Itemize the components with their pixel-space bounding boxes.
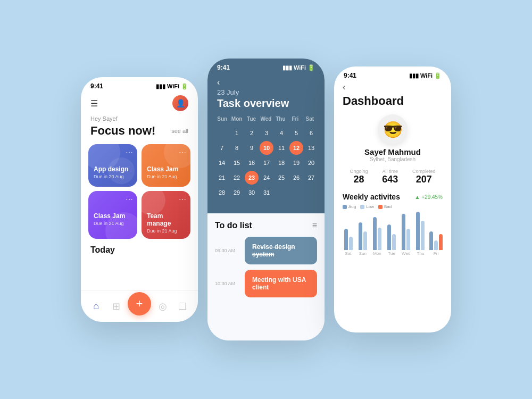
cal-day-4[interactable]: 4	[275, 126, 288, 140]
greeting: Hey Sayef	[81, 115, 198, 124]
cal-day-8[interactable]: 8	[230, 141, 244, 155]
cal-day-22[interactable]: 22	[230, 171, 244, 185]
task-grid: ⋯ App design Due in 20 Aug ⋯ Class Jam D…	[81, 144, 198, 239]
see-all-link[interactable]: see all	[171, 128, 188, 134]
task-time-1: 09:30 AM	[215, 248, 239, 253]
task-card-app-design[interactable]: ⋯ App design Due in 20 Aug	[88, 144, 137, 187]
cal-day-25[interactable]: 25	[275, 171, 288, 185]
signal-icon: ▮▮▮	[409, 72, 419, 79]
bar-group-sun	[359, 207, 367, 250]
cal-day-9[interactable]: 9	[245, 141, 259, 155]
signal-icon: ▮▮▮	[282, 64, 292, 71]
cal-day-24[interactable]: 24	[260, 171, 273, 185]
chart-label-tue: Tue	[388, 251, 395, 256]
cal-day-16[interactable]: 16	[245, 156, 259, 170]
add-task-button[interactable]: +	[128, 292, 151, 315]
avatar-emoji: 😎	[383, 120, 403, 139]
cal-day-28[interactable]: 28	[215, 186, 229, 200]
bar-wed-aug	[402, 214, 405, 250]
stat-value-alltime: 643	[382, 174, 398, 185]
task-card-revise[interactable]: Revise design system	[245, 237, 317, 264]
nav-settings[interactable]: ◎	[154, 298, 171, 315]
stat-label-ongoing: Ongoing	[350, 169, 368, 174]
filter-icon[interactable]: ≡	[312, 221, 317, 230]
weekly-header: Weekly activites ▲ +29.45%	[343, 193, 443, 201]
cal-day-27[interactable]: 27	[304, 171, 318, 185]
nav-calendar[interactable]: ⊞	[107, 298, 124, 315]
task-card-team-manage[interactable]: ⋯ Team manage Due in 21 Aug	[142, 191, 190, 239]
chart-col-tue: Tue	[386, 207, 397, 256]
avatar[interactable]: 👤	[172, 95, 188, 111]
cal-day-13[interactable]: 13	[304, 141, 318, 155]
chart-label-sun: Sun	[359, 251, 367, 256]
cal-day-7[interactable]: 7	[215, 141, 229, 155]
status-bar-3: 9:41 ▮▮▮ WiFi 🔋	[334, 66, 451, 81]
stat-label-completed: Completed	[412, 169, 436, 174]
cal-day-20[interactable]: 20	[304, 156, 318, 170]
cal-day-2[interactable]: 2	[245, 126, 259, 140]
chart-label-fri: Fri	[434, 251, 438, 256]
bar-fri-aug	[429, 231, 433, 250]
stat-alltime: All time 643	[382, 169, 398, 185]
task-card-classjam-1[interactable]: ⋯ Class Jam Due in 21 Aug	[142, 144, 190, 187]
day-fri: Fri	[288, 116, 302, 122]
signal-icon: ▮▮▮	[156, 83, 165, 90]
cal-day-3[interactable]: 3	[260, 126, 273, 140]
card-menu-icon[interactable]: ⋯	[126, 195, 133, 204]
weekly-section: Weekly activites ▲ +29.45% Aug Low Bad	[343, 193, 443, 267]
cal-day-31[interactable]: 31	[260, 186, 273, 200]
cal-day-18[interactable]: 18	[275, 156, 288, 170]
task-card-meeting[interactable]: Meeting with USA client	[245, 270, 317, 297]
bar-group-tue	[387, 207, 396, 250]
cal-day-1[interactable]: 1	[230, 126, 244, 140]
bar-fri-bad	[439, 234, 443, 250]
card-menu-icon[interactable]: ⋯	[179, 195, 186, 204]
chart-col-sat: Sat	[343, 207, 354, 256]
cal-day-6[interactable]: 6	[304, 126, 318, 140]
stat-ongoing: Ongoing 28	[350, 169, 368, 185]
cal-day-12[interactable]: 12	[289, 141, 303, 155]
weekly-change: ▲ +29.45%	[415, 194, 443, 200]
calendar-date: 23 July	[207, 88, 325, 97]
profile-location: Sylhet, Bangladesh	[370, 156, 415, 162]
bar-mon-low	[378, 228, 381, 250]
cal-day-19[interactable]: 19	[289, 156, 303, 170]
wifi-icon: WiFi	[294, 64, 306, 71]
cal-day-21[interactable]: 21	[215, 171, 229, 185]
back-button-2[interactable]: ‹	[207, 73, 325, 88]
nav-home[interactable]: ⌂	[88, 298, 105, 315]
cal-day-29[interactable]: 29	[230, 186, 244, 200]
cal-day-15[interactable]: 15	[230, 156, 244, 170]
bar-group-sat	[344, 207, 353, 250]
cal-day-11[interactable]: 11	[275, 141, 288, 155]
bar-fri-low	[434, 240, 438, 250]
todo-header: To do list ≡	[215, 221, 317, 230]
back-button-3[interactable]: ‹	[343, 81, 443, 94]
bar-sat-low	[349, 237, 353, 250]
bar-mon-aug	[373, 217, 377, 250]
dashboard-title: Dashboard	[343, 94, 443, 108]
status-icons-3: ▮▮▮ WiFi 🔋	[409, 72, 442, 79]
cal-day-26[interactable]: 26	[289, 171, 303, 185]
battery-icon: 🔋	[307, 64, 315, 71]
nav-bookmark[interactable]: ❏	[174, 298, 191, 315]
stat-value-ongoing: 28	[350, 174, 368, 185]
hamburger-icon[interactable]: ☰	[90, 98, 98, 109]
weekly-title: Weekly activites	[343, 193, 400, 201]
cal-day-14[interactable]: 14	[215, 156, 229, 170]
todo-section: To do list ≡ 09:30 AM Revise design syst…	[207, 213, 325, 340]
card-menu-icon[interactable]: ⋯	[126, 148, 133, 157]
task-card-classjam-2[interactable]: ⋯ Class Jam Due in 21 Aug	[88, 191, 137, 239]
chart-col-mon: Mon	[371, 207, 383, 256]
todo-title: To do list	[215, 221, 252, 230]
cal-day-23[interactable]: 23	[245, 171, 259, 185]
cal-day-10[interactable]: 10	[260, 141, 273, 155]
battery-icon: 🔋	[181, 83, 188, 90]
cal-day-30[interactable]: 30	[245, 186, 259, 200]
calendar-header: Sun Mon Tue Wed Thu Fri Sat	[215, 116, 317, 122]
status-bar-2: 9:41 ▮▮▮ WiFi 🔋	[207, 59, 325, 73]
bar-tue-low	[392, 234, 396, 250]
cal-day-5[interactable]: 5	[289, 126, 303, 140]
cal-day-17[interactable]: 17	[260, 156, 273, 170]
day-tue: Tue	[244, 116, 259, 122]
